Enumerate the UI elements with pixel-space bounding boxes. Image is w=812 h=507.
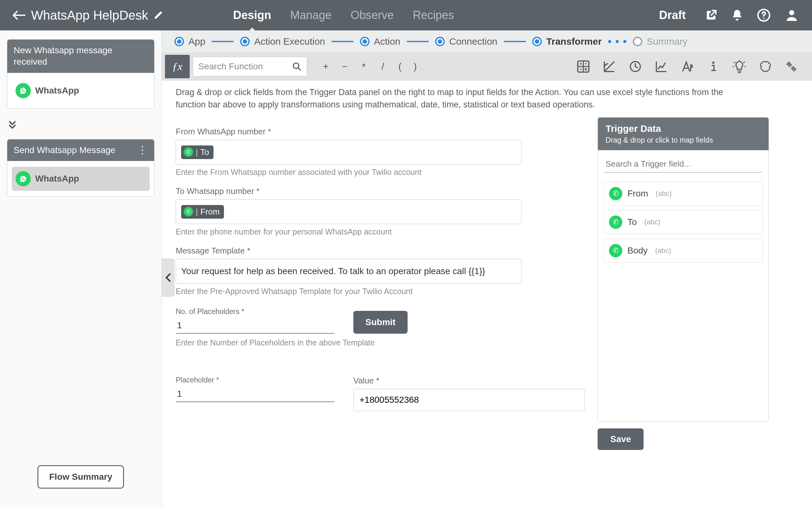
whatsapp-icon <box>15 83 31 98</box>
gears-category-icon[interactable] <box>785 60 798 73</box>
collapse-sidebar-handle[interactable] <box>162 259 174 297</box>
app-title: WhatsApp HelpDesk <box>31 8 148 22</box>
trigger-field-to[interactable]: ✆ To (abc) <box>604 210 763 234</box>
back-arrow-icon[interactable] <box>13 11 26 20</box>
profile-icon[interactable] <box>784 8 799 23</box>
trigger-app-row[interactable]: WhatsApp <box>12 78 150 103</box>
step-action[interactable]: Action <box>360 36 400 47</box>
step-app[interactable]: App <box>174 36 205 47</box>
step-label: Summary <box>647 36 687 47</box>
operator-close-paren[interactable]: ) <box>412 61 419 72</box>
placeholder-value-field: Value * +18005552368 <box>353 376 585 411</box>
trigger-search-input[interactable] <box>604 156 762 173</box>
text-category-icon[interactable] <box>681 60 694 73</box>
idea-category-icon[interactable] <box>733 60 746 73</box>
flow-connector-icon <box>7 119 154 130</box>
action-app-label: WhatsApp <box>35 174 79 184</box>
topnav-observe[interactable]: Observe <box>351 1 394 30</box>
save-button[interactable]: Save <box>598 429 644 450</box>
action-app-row[interactable]: WhatsApp <box>12 167 150 191</box>
submit-button[interactable]: Submit <box>353 311 408 334</box>
trigger-field-type: (abc) <box>655 246 671 255</box>
field-hint: Enter the From Whatsapp number associate… <box>176 168 582 177</box>
step-dots <box>608 40 626 43</box>
topnav-recipes[interactable]: Recipes <box>413 1 454 30</box>
step-connection[interactable]: Connection <box>435 36 497 47</box>
mapped-chip-from[interactable]: ✆|From <box>181 205 224 219</box>
svg-point-6 <box>788 63 791 66</box>
operator-minus[interactable]: − <box>339 61 350 72</box>
field-hint: Enter the Number of Placeholders in the … <box>176 338 582 347</box>
trigger-field-list: ✆ From (abc) ✆ To (abc) ✆ Body (abc) <box>598 175 768 269</box>
whatsapp-icon: ✆ <box>184 147 193 157</box>
trigger-card[interactable]: New Whatsapp message received WhatsApp <box>7 39 154 109</box>
topnav-manage[interactable]: Manage <box>290 1 332 30</box>
left-sidebar: New Whatsapp message received WhatsApp S… <box>0 31 162 507</box>
help-icon[interactable] <box>757 8 771 22</box>
trigger-field-type: (abc) <box>656 189 671 198</box>
transformer-form: From WhatsApp number * ✆|To Enter the Fr… <box>176 117 582 450</box>
trigger-field-from[interactable]: ✆ From (abc) <box>604 181 763 206</box>
field-label: To Whatsapp number * <box>176 186 582 196</box>
placeholder-index-input[interactable] <box>176 386 334 402</box>
operator-plus[interactable]: + <box>320 61 331 72</box>
mapped-chip-to[interactable]: ✆|To <box>181 146 213 159</box>
fx-icon[interactable]: ƒx <box>165 55 190 78</box>
open-external-icon[interactable] <box>705 9 717 21</box>
step-label: Action Execution <box>254 36 325 47</box>
geometry-category-icon[interactable] <box>603 60 616 73</box>
action-card[interactable]: Send Whatsapp Message ⋮ WhatsApp <box>7 139 154 197</box>
step-action-execution[interactable]: Action Execution <box>240 36 325 47</box>
whatsapp-icon: ✆ <box>184 207 193 216</box>
field-hint: Enter the Pre-Approved Whatsapp Template… <box>176 287 582 296</box>
step-transformer[interactable]: Transformer <box>532 36 602 47</box>
search-icon <box>292 62 302 71</box>
step-connector <box>332 41 354 42</box>
field-label: Placeholder * <box>176 376 334 384</box>
edit-title-icon[interactable] <box>154 10 163 20</box>
bell-icon[interactable] <box>731 9 744 21</box>
trigger-card-header: New Whatsapp message received <box>7 40 154 73</box>
trigger-data-subtitle: Drag & drop or click to map fields <box>606 136 761 145</box>
status-badge: Draft <box>659 9 686 22</box>
to-number-field: To Whatsapp number * ✆|From Enter the ph… <box>176 186 582 236</box>
placeholder-count-input[interactable] <box>176 318 334 334</box>
function-search-input[interactable]: Search Function <box>193 57 307 76</box>
brain-category-icon[interactable] <box>759 60 772 73</box>
stats-category-icon[interactable] <box>655 60 668 73</box>
operator-open-paren[interactable]: ( <box>397 61 403 72</box>
function-bar: ƒx Search Function + − * / ( ) <box>162 53 812 80</box>
field-label: Message Template * <box>176 246 582 256</box>
main-panel: App Action Execution Action Connection T… <box>162 31 812 507</box>
placeholder-count-field: No. of Placeholders * <box>176 307 334 334</box>
from-number-input[interactable]: ✆|To <box>176 140 521 164</box>
action-card-menu-icon[interactable]: ⋮ <box>134 145 148 155</box>
svg-point-1 <box>789 10 794 15</box>
step-label: Transformer <box>546 36 602 47</box>
topbar: WhatsApp HelpDesk Design Manage Observe … <box>0 0 812 31</box>
step-label: Connection <box>449 36 497 47</box>
time-category-icon[interactable] <box>629 60 642 73</box>
step-tabs: App Action Execution Action Connection T… <box>162 31 812 53</box>
info-category-icon[interactable] <box>707 60 720 73</box>
step-summary[interactable]: Summary <box>633 36 687 47</box>
trigger-data-column: Trigger Data Drag & drop or click to map… <box>598 117 769 450</box>
message-template-input[interactable]: Your request for help as been received. … <box>176 259 521 284</box>
trigger-field-body[interactable]: ✆ Body (abc) <box>604 239 763 263</box>
to-number-input[interactable]: ✆|From <box>176 199 521 224</box>
math-category-icon[interactable] <box>577 60 590 73</box>
top-nav: Design Manage Observe Recipes <box>233 1 454 30</box>
operator-divide[interactable]: / <box>377 61 388 72</box>
field-label: Value * <box>353 376 585 386</box>
action-card-title: Send Whatsapp Message <box>14 145 115 156</box>
placeholder-value-input[interactable]: +18005552368 <box>353 389 585 411</box>
whatsapp-icon <box>15 171 31 186</box>
topnav-design[interactable]: Design <box>233 1 271 30</box>
whatsapp-icon: ✆ <box>609 216 622 229</box>
flow-summary-button[interactable]: Flow Summary <box>38 465 124 489</box>
message-template-field: Message Template * Your request for help… <box>176 246 582 296</box>
operator-multiply[interactable]: * <box>358 61 369 72</box>
operator-group: + − * / ( ) <box>307 61 432 72</box>
svg-point-5 <box>712 61 715 64</box>
function-search-placeholder: Search Function <box>198 61 263 72</box>
